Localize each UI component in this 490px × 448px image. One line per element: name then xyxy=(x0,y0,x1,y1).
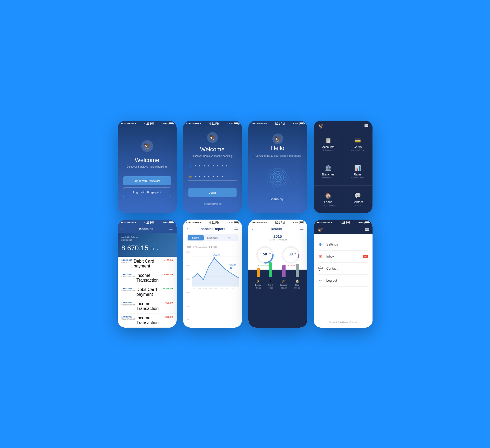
rent-label: Rent xyxy=(295,284,299,286)
hello-title: Hello xyxy=(271,145,284,152)
login-password-button[interactable]: Login with Password xyxy=(123,176,171,185)
settings-row-settings[interactable]: ⚙ Settings xyxy=(318,239,368,251)
svg-point-21 xyxy=(230,267,231,269)
tab-income[interactable]: Income xyxy=(188,235,204,240)
chart-meta-text: 2015 · 675 operations · $ 14,275 xyxy=(187,246,218,248)
status-bar-6: ●●●○ Verizon ▾ 4:21 PM 100% xyxy=(183,220,242,225)
transaction-desc: Income Transaction xyxy=(135,273,164,283)
gauge-svg-50: 50 % xyxy=(255,245,275,265)
settings-row-logout[interactable]: ↩ Log out xyxy=(318,275,368,287)
login-fingerprint-button[interactable]: Login with Fingerprint xyxy=(123,187,171,197)
menu-item-branches[interactable]: 🏦 Branches Nearest ATM xyxy=(314,158,343,186)
forgot-password-link[interactable]: Forgot password? xyxy=(203,202,222,205)
settings-nav-bar: 🦅 xyxy=(314,225,373,234)
gauge-item-decrease: 30 % ▼ 30% Decrease xyxy=(281,245,300,267)
details-header: 2015 10 July - 10 August xyxy=(248,233,307,243)
status-icons: 100% xyxy=(293,221,304,224)
menu-item-cards[interactable]: 💳 Cards Maestro / Visa xyxy=(343,131,373,158)
rent-icon: 🏠 xyxy=(295,279,299,283)
hamburger-menu[interactable] xyxy=(365,228,369,231)
menu-item-rates[interactable]: 📊 Rates Current Stock xyxy=(343,158,373,186)
energy-amount: 450.20 xyxy=(255,287,261,289)
transaction-desc: Debit Card payment xyxy=(135,287,164,297)
back-button[interactable]: ‹ xyxy=(252,227,253,231)
phone-financial-report: ●●●○ Verizon ▾ 4:21 PM 100% ‹ Financial … xyxy=(183,220,242,328)
tab-all[interactable]: All xyxy=(221,235,237,240)
transaction-row[interactable]: 15/02/2016 Curr. Acc 22 Debit Card payme… xyxy=(118,257,177,271)
menu-item-contact[interactable]: 💬 Contact New (3) xyxy=(343,186,373,213)
transaction-amount: - 520.00 xyxy=(164,273,173,276)
phone-account: ●●●○ Verizon ▾ 4:21 PM 100% ‹ Account Av… xyxy=(118,220,177,328)
hamburger-menu[interactable] xyxy=(234,228,238,230)
welcome-subtitle: Discover Barclays mobile banking. xyxy=(127,165,168,168)
time: 4:21 PM xyxy=(275,221,285,224)
time: 4:21 PM xyxy=(209,221,219,224)
svg-text:🦅: 🦅 xyxy=(317,227,324,233)
menu-item-loans[interactable]: 🏠 Loans Current Loans xyxy=(314,186,343,213)
transaction-row[interactable]: 15/02/2016 Current Account Income Transa… xyxy=(118,271,177,285)
password-field[interactable]: 🔒 ● ● ● ● ● ● ● xyxy=(188,174,237,181)
status-bar-1: ●●●○ Verizon ▾ 4:21 PM 100% xyxy=(118,121,177,126)
transaction-date: 15/02/2016 Curr. Acc 22 xyxy=(121,259,132,263)
contact-icon: 💬 xyxy=(354,192,361,199)
logout-label: Log out xyxy=(326,279,368,282)
eagle-logo-3: 🦅 xyxy=(272,133,284,145)
password-dots: ● ● ● ● ● ● ● xyxy=(195,175,224,178)
battery-bar xyxy=(234,221,239,224)
username-field[interactable]: 👤 ● ● ● ● ● ● ● ● xyxy=(188,164,237,170)
battery-text: 100% xyxy=(162,221,168,224)
branches-icon: 🏦 xyxy=(325,165,332,171)
transaction-row[interactable]: 15/02/2016 Current Account Income Transa… xyxy=(118,299,177,313)
settings-row-contact[interactable]: 💬 Contact xyxy=(318,263,368,275)
logout-icon: ↩ xyxy=(318,278,323,283)
hamburger-menu[interactable] xyxy=(364,124,368,127)
battery-text: 100% xyxy=(293,122,298,125)
battery-text: 100% xyxy=(358,221,363,224)
transaction-amount: - 600.00 xyxy=(164,301,173,304)
rates-label: Rates xyxy=(354,173,362,176)
report-nav-bar: ‹ Financial Report xyxy=(183,225,242,233)
transaction-desc: Income Transaction xyxy=(135,301,164,311)
contact-label: Contact xyxy=(353,200,363,204)
status-bar-8: ●●●○ Verizon ▾ 4:21 PM 100% xyxy=(314,220,373,225)
branches-label: Branches xyxy=(322,173,334,176)
back-button[interactable]: ‹ xyxy=(121,227,123,231)
balance-currency: EUR xyxy=(150,247,158,251)
gauge-circle-30: 30 % xyxy=(281,245,300,265)
menu-item-accounts[interactable]: 📋 Accounts 2 Accounts xyxy=(314,131,343,158)
svg-text:MAY: MAY xyxy=(214,287,218,289)
category-rent: 🏠 Rent 850.00 xyxy=(294,264,300,289)
balance-label: Available Balance xyxy=(121,236,173,238)
transaction-row[interactable]: 15/02/2016 Current Account Income Transa… xyxy=(118,313,177,328)
contact-settings-icon: 💬 xyxy=(318,266,323,271)
phone-details: ●●●○ Verizon ▾ 4:21 PM 100% ‹ Details 20… xyxy=(248,220,307,328)
transaction-row[interactable]: 15/02/2016 Current Account Debit Card pa… xyxy=(118,285,177,299)
tab-expenses[interactable]: Expenses xyxy=(204,235,221,240)
hamburger-menu[interactable] xyxy=(300,228,303,230)
back-button[interactable]: ‹ xyxy=(187,227,188,231)
settings-gear-icon: ⚙ xyxy=(318,242,323,247)
transaction-amount: + 225.00 xyxy=(163,287,173,290)
cards-icon: 💳 xyxy=(354,137,361,144)
svg-text:AUG: AUG xyxy=(232,287,235,289)
battery-bar xyxy=(299,122,304,125)
status-bar-2: ●●●○ Verizon ▾ 4:21 PM 100% xyxy=(183,121,242,126)
rates-icon: 📊 xyxy=(354,165,361,171)
svg-text:APR: APR xyxy=(209,287,212,289)
status-bar-3: ●●●○ Verizon ▾ 4:21 PM 100% xyxy=(248,121,307,126)
hamburger-menu[interactable] xyxy=(169,228,173,230)
transaction-amount: - 125.00 xyxy=(164,259,173,262)
loans-sub: Current Loans xyxy=(321,204,335,206)
eagle-logo: 🦅 xyxy=(141,140,154,152)
accounts-sub: 2 Accounts xyxy=(323,149,333,151)
settings-row-inbox[interactable]: ✉ Inbox 10 xyxy=(318,251,368,263)
education-amount: 750.20 xyxy=(281,287,287,289)
phone-settings: ●●●○ Verizon ▾ 4:21 PM 100% 🦅 ⚙ Settings… xyxy=(314,220,373,328)
chart-area: 5000 4000 3000 2000 1000 500 xyxy=(183,250,242,328)
login-button[interactable]: Login xyxy=(188,188,237,197)
inbox-badge: 10 xyxy=(363,255,368,258)
logo-small-settings: 🦅 xyxy=(317,227,325,233)
transaction-date: 15/02/2016 Current Account xyxy=(121,287,135,292)
svg-text:JUL: JUL xyxy=(225,287,228,289)
fingerprint-screen-body: 🦅 Hello Put you finger to start scanning… xyxy=(248,126,307,213)
